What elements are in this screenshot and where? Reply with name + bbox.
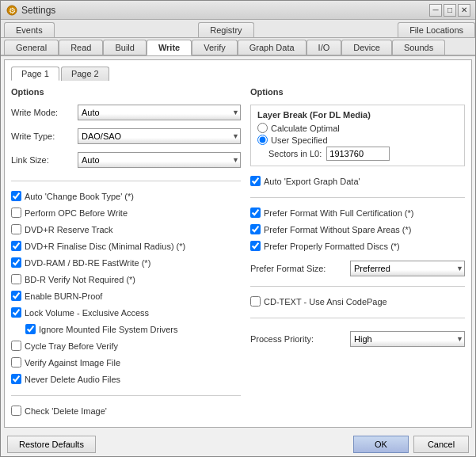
checkbox-bdr-verify-label: BD-R Verify Not Required (*) <box>25 275 135 284</box>
tab-write[interactable]: Write <box>147 40 192 55</box>
tab-sounds[interactable]: Sounds <box>392 40 445 55</box>
write-type-row: Write Type: DAO/SAO ▼ <box>11 128 241 144</box>
priority-wrapper: High Normal Low Idle ▼ <box>350 331 465 347</box>
checkbox-lock-volume-input[interactable] <box>11 307 21 318</box>
footer-right: OK Cancel <box>353 436 469 453</box>
tab-build[interactable]: Build <box>103 40 146 55</box>
settings-icon: ⚙ <box>6 4 18 17</box>
prefer-format-wrapper: Preferred Normal Large ▼ <box>350 261 465 276</box>
checkbox-bdr-verify: BD-R Verify Not Required (*) <box>11 274 241 284</box>
minimize-button[interactable]: ─ <box>429 4 442 17</box>
prefer-format-select[interactable]: Preferred Normal Large <box>350 261 465 276</box>
radio-user-specified[interactable] <box>257 135 268 145</box>
radio-calculate-row: Calculate Optimal <box>257 123 458 133</box>
radio-calculate[interactable] <box>257 123 268 133</box>
checkbox-verify-image-input[interactable] <box>11 357 21 368</box>
checkbox-auto-change-book: Auto 'Change Book Type' (*) <box>11 191 241 201</box>
divider-1 <box>11 181 241 181</box>
checkbox-prefer-no-spare-input[interactable] <box>250 224 261 234</box>
checkbox-prefer-formatted-input[interactable] <box>250 241 261 251</box>
divider-2 <box>11 395 241 396</box>
link-size-select[interactable]: Auto <box>78 152 241 168</box>
restore-defaults-button[interactable]: Restore Defaults <box>7 436 96 453</box>
checkbox-delete-image-label: Check 'Delete Image' <box>25 406 107 416</box>
page-tab-2[interactable]: Page 2 <box>61 67 109 81</box>
main-content: Options Write Mode: Auto ▼ Write Type: <box>11 87 465 421</box>
checkbox-export-graph-input[interactable] <box>250 176 261 186</box>
tab-file-locations[interactable]: File Locations <box>398 22 475 37</box>
checkbox-export-graph: Auto 'Export Graph Data' <box>250 176 465 186</box>
link-size-row: Link Size: Auto ▼ <box>11 152 241 168</box>
checkbox-lock-volume-label: Lock Volume - Exclusive Access <box>25 308 149 318</box>
checkbox-dvdr-finalise-input[interactable] <box>11 241 21 251</box>
checkbox-burnproof-label: Enable BURN-Proof <box>25 291 102 301</box>
checkbox-export-graph-label: Auto 'Export Graph Data' <box>264 177 360 186</box>
ok-button[interactable]: OK <box>353 436 409 453</box>
tab-graph-data[interactable]: Graph Data <box>238 40 307 55</box>
tab-read[interactable]: Read <box>59 40 103 55</box>
priority-label: Process Priority: <box>250 334 345 344</box>
tab-io[interactable]: I/O <box>307 40 342 55</box>
divider-3 <box>250 197 465 198</box>
priority-select[interactable]: High Normal Low Idle <box>350 331 465 347</box>
tab-device[interactable]: Device <box>341 40 392 55</box>
checkbox-bdr-verify-input[interactable] <box>11 274 21 284</box>
prefer-format-label: Prefer Format Size: <box>250 264 345 273</box>
checkbox-burnproof-input[interactable] <box>11 291 21 301</box>
tab-registry[interactable]: Registry <box>198 22 253 37</box>
checkbox-cdtext: CD-TEXT - Use Ansi CodePage <box>250 296 465 307</box>
title-controls: ─ □ ✕ <box>429 4 470 17</box>
checkbox-ignore-mounted: Ignore Mounted File System Drivers <box>11 324 241 334</box>
checkbox-dvdram-input[interactable] <box>11 257 21 268</box>
checkbox-burnproof: Enable BURN-Proof <box>11 291 241 301</box>
tab-general[interactable]: General <box>4 40 59 55</box>
left-section-title: Options <box>11 87 241 97</box>
checkbox-verify-image-label: Verify Against Image File <box>25 358 120 368</box>
checkbox-dvdr-reserve-label: DVD+R Reserve Track <box>25 225 113 234</box>
checkbox-prefer-no-spare: Prefer Format Without Spare Areas (*) <box>250 224 465 234</box>
checkbox-delete-image-input[interactable] <box>11 406 21 416</box>
tab-row-1: Events Registry File Locations <box>1 20 475 38</box>
page-tab-1[interactable]: Page 1 <box>11 67 59 81</box>
radio-user-specified-row: User Specified <box>257 135 458 145</box>
close-button[interactable]: ✕ <box>458 4 470 17</box>
footer: Restore Defaults OK Cancel <box>1 431 475 456</box>
right-section-title: Options <box>250 87 465 97</box>
checkbox-cdtext-input[interactable] <box>250 296 261 307</box>
checkbox-cycle-tray-input[interactable] <box>11 341 21 351</box>
checkbox-dvdr-finalise-label: DVD+R Finalise Disc (Minimal Radius) (*) <box>25 242 185 251</box>
tab-events[interactable]: Events <box>4 22 55 37</box>
checkbox-cycle-tray-label: Cycle Tray Before Verify <box>25 341 118 351</box>
sectors-input[interactable] <box>326 147 390 161</box>
checkbox-dvdr-reserve-input[interactable] <box>11 224 21 234</box>
cancel-button[interactable]: Cancel <box>413 436 469 453</box>
checkbox-verify-image: Verify Against Image File <box>11 357 241 368</box>
checkbox-opc-input[interactable] <box>11 208 21 218</box>
checkbox-prefer-full-cert-label: Prefer Format With Full Certification (*… <box>264 208 413 218</box>
checkbox-never-delete: Never Delete Audio Files <box>11 374 241 384</box>
write-mode-label: Write Mode: <box>11 108 74 117</box>
maximize-button[interactable]: □ <box>444 4 456 17</box>
checkbox-cdtext-label: CD-TEXT - Use Ansi CodePage <box>264 297 387 307</box>
content-area: Page 1 Page 2 Options Write Mode: Auto ▼ <box>4 59 472 428</box>
write-mode-select[interactable]: Auto <box>78 105 241 120</box>
link-size-label: Link Size: <box>11 155 74 165</box>
tab-verify[interactable]: Verify <box>192 40 238 55</box>
checkbox-dvdram-label: DVD-RAM / BD-RE FastWrite (*) <box>25 258 150 268</box>
checkbox-prefer-full-cert-input[interactable] <box>250 208 261 218</box>
checkbox-ignore-mounted-input[interactable] <box>25 324 36 334</box>
write-type-wrapper: DAO/SAO ▼ <box>78 128 241 144</box>
checkbox-cycle-tray: Cycle Tray Before Verify <box>11 341 241 351</box>
checkbox-never-delete-input[interactable] <box>11 374 21 384</box>
write-type-select[interactable]: DAO/SAO <box>78 128 241 144</box>
checkbox-lock-volume: Lock Volume - Exclusive Access <box>11 307 241 318</box>
checkbox-opc-label: Perform OPC Before Write <box>25 208 128 218</box>
checkbox-delete-image: Check 'Delete Image' <box>11 406 241 416</box>
checkbox-auto-change-book-input[interactable] <box>11 191 21 201</box>
divider-4 <box>250 286 465 287</box>
checkbox-prefer-full-cert: Prefer Format With Full Certification (*… <box>250 208 465 218</box>
right-panel: Options Layer Break (For DL Media) Calcu… <box>250 87 465 421</box>
radio-calculate-label: Calculate Optimal <box>271 124 340 133</box>
checkbox-dvdr-reserve: DVD+R Reserve Track <box>11 224 241 234</box>
checkbox-never-delete-label: Never Delete Audio Files <box>25 375 120 384</box>
